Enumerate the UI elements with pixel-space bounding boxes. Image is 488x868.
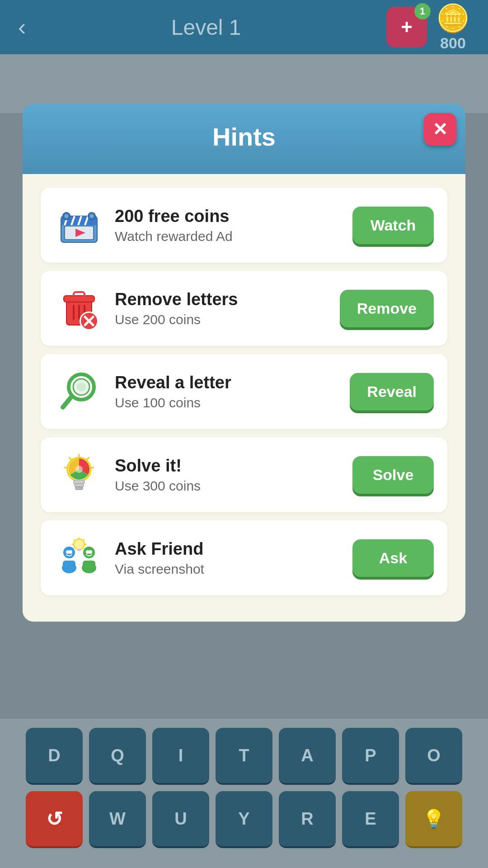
svg-point-25 [77,382,86,392]
hint-item-reveal: Reveal a letter Use 100 coins Reveal [41,354,447,429]
svg-rect-30 [75,487,83,490]
hint-item-remove: Remove letters Use 200 coins Remove [41,271,447,346]
key-W[interactable]: W [89,791,146,848]
hint-ask-name: Ask Friend [115,539,342,559]
svg-point-9 [65,214,68,218]
key-Q[interactable]: Q [89,728,146,785]
close-button[interactable]: ✕ [424,113,456,146]
coins-icon: 🪙 [436,2,470,34]
notification-badge: 1 [414,3,431,19]
back-button[interactable]: ‹ [18,14,26,41]
reveal-icon [54,367,104,416]
hint-key-button[interactable]: 💡 [405,791,462,848]
svg-line-34 [69,458,71,459]
watch-button[interactable]: Watch [352,207,434,244]
key-Y[interactable]: Y [216,791,272,848]
coins-display: 🪙 800 [436,2,470,52]
svg-point-43 [69,550,72,554]
svg-line-50 [84,539,84,540]
hint-reveal-desc: Use 100 coins [115,395,339,410]
keyboard-row-2: ↺ W U Y R E 💡 [9,791,479,848]
hint-reveal-text: Reveal a letter Use 100 coins [115,373,339,410]
header-right: + 1 🪙 800 [386,2,470,52]
reset-button[interactable]: ↺ [26,791,83,848]
coins-value: 800 [440,34,466,52]
hint-remove-desc: Use 200 coins [115,312,329,327]
svg-rect-41 [83,561,95,571]
lightbulb-icon: 💡 [422,808,445,830]
svg-line-49 [74,539,75,540]
level-title: Level 1 [171,15,241,40]
svg-rect-28 [74,480,84,484]
hint-solve-desc: Use 300 coins [115,478,342,494]
solve-button[interactable]: Solve [352,456,434,494]
hint-watch-name: 200 free coins [115,207,342,226]
svg-rect-29 [75,484,84,487]
hint-watch-text: 200 free coins Watch rewarded Ad [115,207,342,244]
key-T[interactable]: T [216,728,272,785]
svg-rect-14 [74,292,84,297]
add-button[interactable]: + 1 [386,7,427,47]
hint-watch-desc: Watch rewarded Ad [115,229,342,244]
svg-point-11 [90,214,94,218]
reset-icon: ↺ [46,807,63,830]
hint-ask-desc: Via screenshot [115,561,342,577]
keyboard: D Q I T A P O ↺ W U Y R E 💡 [0,719,488,868]
hint-item-solve: Solve it! Use 300 coins Solve [41,437,447,512]
remove-icon [54,283,104,333]
key-A[interactable]: A [279,728,336,785]
app-header: ‹ Level 1 + 1 🪙 800 [0,0,488,54]
key-R[interactable]: R [279,791,336,848]
svg-line-33 [91,467,94,468]
key-D[interactable]: D [26,728,83,785]
svg-rect-47 [77,549,81,551]
hint-solve-text: Solve it! Use 300 coins [115,456,342,494]
close-icon: ✕ [432,120,448,138]
solve-icon [54,450,104,500]
plus-icon: + [401,16,413,38]
svg-point-45 [89,550,92,554]
key-I[interactable]: I [152,728,209,785]
hint-item-ask: Ask Friend Via screenshot Ask [41,520,447,595]
svg-line-32 [87,458,89,459]
hint-reveal-name: Reveal a letter [115,373,339,392]
keyboard-row-1: D Q I T A P O [9,728,479,785]
hint-ask-text: Ask Friend Via screenshot [115,539,342,577]
watch-icon [54,200,104,250]
modal-title: Hints [212,123,276,151]
hints-modal: Hints ✕ [23,104,465,622]
ask-button[interactable]: Ask [352,539,434,577]
hint-item-watch: 200 free coins Watch rewarded Ad Watch [41,188,447,263]
hint-remove-text: Remove letters Use 200 coins [115,290,329,327]
svg-point-27 [75,466,83,473]
key-U[interactable]: U [152,791,209,848]
hint-solve-name: Solve it! [115,456,342,476]
hint-remove-name: Remove letters [115,290,329,309]
remove-button[interactable]: Remove [340,290,434,327]
key-E[interactable]: E [342,791,399,848]
svg-line-24 [63,397,71,407]
reveal-button[interactable]: Reveal [350,373,434,410]
svg-point-46 [74,539,84,550]
modal-header: Hints ✕ [23,104,465,174]
key-P[interactable]: P [342,728,399,785]
svg-rect-38 [63,561,75,571]
svg-line-35 [65,467,67,468]
key-O[interactable]: O [405,728,462,785]
ask-icon [54,533,104,583]
modal-body: 200 free coins Watch rewarded Ad Watch [23,174,465,622]
